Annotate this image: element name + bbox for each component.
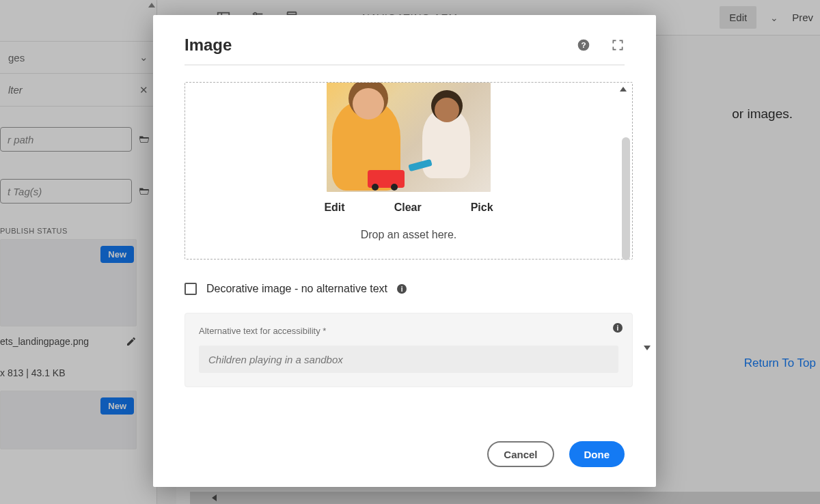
new-badge: New: [100, 246, 134, 263]
return-to-top-link[interactable]: Return To Top: [744, 356, 816, 370]
info-icon[interactable]: i: [397, 284, 407, 294]
alt-text-input[interactable]: [199, 346, 618, 373]
asset-card[interactable]: New ets_landingpage.png x 813 | 43.1 KB: [0, 239, 137, 378]
path-placeholder: r path: [8, 134, 33, 145]
alt-text-label: Alternative text for accessibility *: [199, 326, 618, 336]
decorative-checkbox-row: Decorative image - no alternative text i: [184, 283, 633, 295]
clear-filter-icon[interactable]: ✕: [139, 84, 148, 96]
tags-placeholder: t Tag(s): [8, 186, 42, 197]
asset-filename: ets_landingpage.png: [0, 336, 89, 347]
asset-clear-button[interactable]: Clear: [394, 201, 422, 214]
horizontal-scrollbar[interactable]: [190, 492, 820, 504]
assets-sidebar: ges ⌄ lter ✕ r path t Tag(s) PUBLISH STA…: [0, 0, 157, 504]
asset-action-row: Edit Clear Pick: [324, 201, 493, 214]
svg-text:?: ?: [581, 40, 586, 49]
mode-preview-button[interactable]: Prev: [792, 12, 813, 23]
content-text-fragment: or images.: [732, 107, 793, 122]
asset-card[interactable]: New: [0, 391, 137, 449]
decorative-checkbox[interactable]: [184, 283, 197, 295]
done-button[interactable]: Done: [569, 441, 625, 467]
dialog-footer: Cancel Done: [153, 421, 656, 487]
publish-status-label: PUBLISH STATUS: [0, 227, 156, 235]
info-icon[interactable]: i: [613, 323, 623, 333]
asset-pick-button[interactable]: Pick: [471, 201, 493, 214]
dialog-header: Image ?: [153, 15, 656, 64]
decorative-label: Decorative image - no alternative text: [206, 283, 387, 295]
fullscreen-icon[interactable]: [611, 38, 625, 52]
chevron-down-icon: ⌄: [139, 51, 148, 64]
drop-hint-text: Drop an asset here.: [361, 229, 457, 241]
help-icon[interactable]: ?: [577, 38, 590, 52]
tags-input[interactable]: t Tag(s): [0, 179, 132, 204]
scroll-down-icon[interactable]: [644, 346, 651, 350]
filter-placeholder: lter: [8, 84, 23, 96]
mode-chevron-down-icon[interactable]: ⌄: [770, 12, 778, 23]
scroll-left-icon[interactable]: [212, 494, 217, 501]
alt-text-panel: i Alternative text for accessibility *: [184, 313, 633, 387]
image-dialog: Image ? Edit Clear Pick Drop an asset he…: [153, 15, 656, 487]
new-badge: New: [100, 397, 134, 415]
scroll-up-icon[interactable]: [148, 3, 155, 8]
edit-icon[interactable]: [126, 336, 137, 347]
asset-metadata: x 813 | 43.1 KB: [0, 367, 137, 378]
folder-open-icon[interactable]: [137, 185, 151, 197]
scrollbar-thumb[interactable]: [622, 137, 630, 260]
scroll-up-icon[interactable]: [620, 87, 627, 92]
dialog-body: Edit Clear Pick Drop an asset here. Deco…: [153, 66, 656, 421]
folder-open-icon[interactable]: [137, 133, 151, 145]
asset-type-dropdown[interactable]: ges ⌄: [0, 41, 156, 74]
mode-edit-button[interactable]: Edit: [720, 6, 756, 29]
filter-input[interactable]: lter ✕: [0, 74, 156, 107]
asset-drop-area[interactable]: Edit Clear Pick Drop an asset here.: [184, 82, 633, 260]
cancel-button[interactable]: Cancel: [487, 441, 554, 467]
asset-type-label: ges: [8, 52, 25, 64]
dialog-title: Image: [184, 36, 232, 55]
path-input[interactable]: r path: [0, 127, 132, 152]
asset-preview-image: [327, 83, 491, 192]
asset-edit-button[interactable]: Edit: [324, 201, 344, 214]
